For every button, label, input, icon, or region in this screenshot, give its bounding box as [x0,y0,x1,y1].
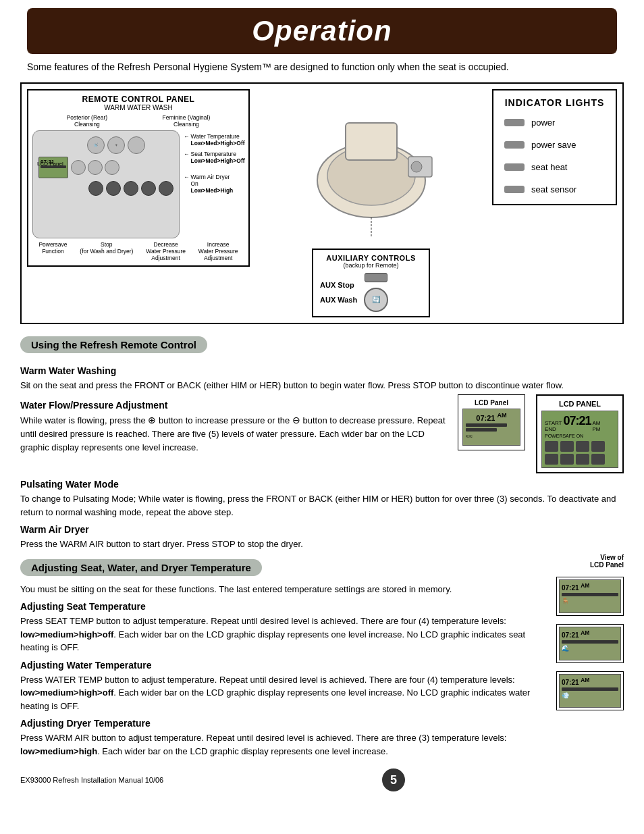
dryer-temp-body: Press WARM AIR button to adjust temperat… [20,731,543,758]
seat-temp-title: Adjusting Seat Temperature [20,601,543,612]
lcd-wave-icon: ≈≈ [466,433,517,440]
temp-right-panels: View ofLCD Panel 07:21 AM 🪑 07:21 AM 🌊 [549,554,624,710]
indicator-led-powersave [504,141,525,149]
aux-controls-inner: AUX Stop AUX Wash 🔄 [320,273,422,312]
btn-9[interactable] [124,181,138,196]
seat-temp-icon: 🪑 [562,598,618,604]
page-header: Operation [27,8,617,54]
page-footer: EX93000 Refresh Installation Manual 10/0… [20,768,624,791]
stop-label: Stop(for Wash and Dryer) [80,241,133,261]
auxiliary-subtitle: (backup for Remote) [320,262,422,269]
feminine-label: Feminine (Vaginal)Cleansing [163,114,211,128]
dryer-temp-bar [562,687,618,691]
aux-wash-btn[interactable]: 🔄 [364,288,388,312]
buttons-row-3 [38,181,173,196]
intro-text: Some features of the Refresh Personal Hy… [27,61,617,74]
dryer-temp-lcd-time: 07:21 AM [562,677,618,686]
svg-rect-2 [346,123,397,160]
remote-panel-inner: LCD Panel 🚿 ♀ 07:21 [32,130,244,238]
btn-3[interactable] [128,136,145,154]
lcd-bar-2 [466,428,497,432]
lcd-icon-6 [560,454,574,465]
row-2: 07:21 [38,157,173,178]
btn-6[interactable] [105,160,119,175]
lcd-small-time: 07:21 AM [466,412,517,422]
water-flow-body: While water is flowing, press the ⊕ butt… [20,413,447,454]
warm-air-label: ← Warm Air DryerOnLow>Med>High [184,174,244,194]
water-temp-label: ← Water TemperatureLow>Med>High>Off [184,133,244,147]
btn-7[interactable] [88,181,103,196]
remote-control-section: Using the Refresh Remote Control Warm Wa… [20,331,624,551]
indicator-row-seatheat: seat heat [504,162,605,172]
dryer-temp-icon: 💨 [562,692,618,699]
top-labels: Posterior (Rear)Cleansing Feminine (Vagi… [32,114,244,128]
btn-2[interactable]: ♀ [107,136,125,154]
dryer-temp-lcd-box: 07:21 AM 💨 [556,671,624,710]
indicator-label-power: power [531,118,555,128]
seat-temp-bold: low>medium>high>off [20,629,113,640]
auxiliary-title: AUXILIARY CONTROLS [320,254,422,262]
water-temp-body: Press WATER TEMP button to adjust temper… [20,673,543,713]
seat-temp-label: ← Seat TemperatureLow>Med>High>Off [184,151,244,164]
page-number: 5 [382,768,405,791]
warm-water-text: Sit on the seat and press the FRONT or B… [20,379,624,392]
powersave-label: PowersaveFunction [38,241,67,261]
start-end-labels: START END [545,420,562,432]
decrease-label: DecreaseWater PressureAdjustment [146,241,186,261]
side-labels: ← Water TemperatureLow>Med>High>Off ← Se… [184,130,244,238]
aux-stop-btn[interactable] [365,273,387,282]
row-2-buttons [71,160,119,175]
lcd-icons [545,441,615,452]
end-label: END [545,426,562,432]
temperature-intro: You must be sitting on the seat for thes… [20,583,624,596]
toilet-area: AUXILIARY CONTROLS (backup for Remote) A… [258,89,484,317]
btn-11[interactable] [159,181,173,196]
seat-temp-text: Seat TemperatureLow>Med>High>Off [191,151,245,164]
pulsating-title: Pulsating Water Mode [20,479,624,490]
indicator-led-seatheat [504,163,525,171]
btn-1[interactable]: 🚿 [87,136,105,154]
btn-8[interactable] [106,181,121,196]
water-temp-lcd: 07:21 AM 🌊 [559,627,621,660]
svg-point-4 [411,161,422,172]
lcd-icon-7 [576,454,589,465]
lcd-icon-4 [591,441,605,452]
warm-air-title: Warm Air Dryer [20,524,624,535]
lcd-icon-5 [545,454,558,465]
auxiliary-box: AUXILIARY CONTROLS (backup for Remote) A… [312,249,430,317]
water-flow-text-col: Water Flow/Pressure Adjustment While wat… [20,394,447,457]
aux-wash-label: AUX Wash [320,296,357,304]
water-flow-title: Water Flow/Pressure Adjustment [20,400,447,411]
indicator-row-powersave: power save [504,140,605,150]
lcd-am-pm: AMPM [593,420,601,432]
remote-lcd-screen: 07:21 [38,157,68,178]
dryer-temp-bold: low>medium>high [20,746,97,756]
temperature-text-col: Adjusting Seat Temperature Press SEAT TE… [20,601,543,758]
seat-temp-lcd-time: 07:21 AM [562,582,618,592]
water-temp-text: Water TemperatureLow>Med>High>Off [191,133,245,147]
lcd-panel-label: LCD Panel [37,161,63,167]
remote-control-header: Using the Refresh Remote Control [20,336,207,353]
remote-panel-subtitle: WARM WATER WASH [32,104,244,111]
footer-text: EX93000 Refresh Installation Manual 10/0… [20,776,163,784]
page-title: Operation [54,15,590,47]
temperature-header: Adjusting Seat, Water, and Dryer Tempera… [20,559,262,576]
seat-temp-bar [562,593,618,596]
buttons-row-1: 🚿 ♀ [59,136,173,154]
pulsating-text: To change to Pulsating Mode; While water… [20,492,624,519]
aux-buttons: 🔄 [364,273,388,312]
btn-4[interactable] [71,160,86,175]
lcd-panel-small-label: LCD Panel [462,399,520,407]
seat-temp-arrow: ← [184,151,190,157]
warm-air-text: Press the WARM AIR button to start dryer… [20,538,624,551]
warm-air-text: Warm Air DryerOnLow>Med>High [191,174,234,194]
water-temp-arrow: ← [184,133,190,140]
water-temp-lcd-time: 07:21 AM [562,629,618,639]
dryer-temp-title: Adjusting Dryer Temperature [20,718,543,729]
warm-air-arrow: ← [184,174,190,180]
lcd-bar-1 [466,423,507,427]
btn-5[interactable] [88,160,103,175]
start-label: START [545,420,562,426]
indicator-row-seatsensor: seat sensor [504,184,605,194]
btn-10[interactable] [141,181,156,196]
